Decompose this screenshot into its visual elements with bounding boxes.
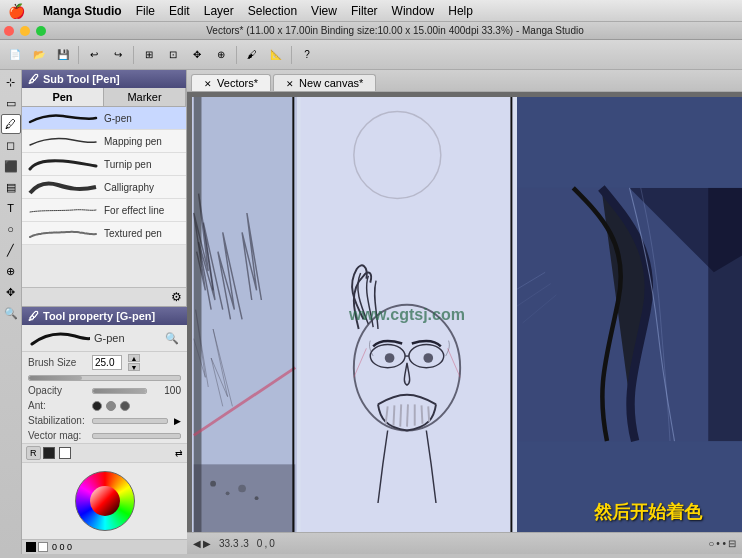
new-file-button[interactable]: 📄 [4, 44, 26, 66]
subtool-header-label: Sub Tool [Pen] [43, 73, 120, 85]
svg-point-9 [354, 112, 441, 199]
tool-selection[interactable]: ▭ [1, 93, 21, 113]
menu-layer[interactable]: Layer [204, 4, 234, 18]
menu-file[interactable]: File [136, 4, 155, 18]
turnip-stroke-icon [28, 156, 98, 172]
status-left-arrow[interactable]: ◀ [193, 538, 201, 549]
close-button[interactable] [4, 26, 14, 36]
svg-line-19 [407, 404, 408, 426]
status-min-icon[interactable]: ○ [708, 538, 714, 549]
fg-color-mini[interactable] [26, 542, 36, 552]
title-bar: Vectors* (11.00 x 17.00in Binding size:1… [0, 22, 742, 40]
opacity-fill [93, 389, 146, 393]
bg-color-mini[interactable] [38, 542, 48, 552]
vectormag-slider[interactable] [92, 433, 181, 439]
menu-help[interactable]: Help [448, 4, 473, 18]
apple-menu[interactable]: 🍎 [8, 3, 25, 19]
tool-ruler[interactable]: ╱ [1, 240, 21, 260]
opacity-slider[interactable] [92, 388, 147, 394]
ruler-button[interactable]: 📐 [265, 44, 287, 66]
menu-edit[interactable]: Edit [169, 4, 190, 18]
canvas-area: ✕ Vectors* ✕ New canvas* [187, 70, 742, 554]
tool-zoom[interactable]: 🔍 [1, 303, 21, 323]
left-panel: 🖊 Sub Tool [Pen] Pen Marker G-pen [22, 70, 187, 554]
status-right-arrow[interactable]: ▶ [203, 538, 211, 549]
panel-middle: www.cgtsj.com [297, 97, 517, 532]
antialias-label: Ant: [28, 400, 88, 411]
redo-button[interactable]: ↪ [107, 44, 129, 66]
brushsize-row: Brush Size ▲ ▼ [22, 352, 187, 373]
canvas-content[interactable]: www.cgtsj.com [187, 92, 742, 532]
brush-item-textured[interactable]: Textured pen [22, 222, 186, 245]
stabilization-slider[interactable] [92, 418, 168, 424]
brushsize-slider[interactable] [28, 375, 181, 381]
transform-button[interactable]: ⊞ [138, 44, 160, 66]
toolprop-brush-preview [30, 328, 90, 348]
stabilization-expand-icon[interactable]: ▶ [174, 416, 181, 426]
open-file-button[interactable]: 📂 [28, 44, 50, 66]
status-arrows: ◀ ▶ [193, 538, 211, 549]
brushsize-up-button[interactable]: ▲ [128, 354, 140, 362]
brush-settings-gear-icon[interactable]: ⚙ [171, 290, 182, 304]
calligraphy-stroke-icon [28, 179, 98, 195]
app-name[interactable]: Manga Studio [43, 4, 122, 18]
menu-window[interactable]: Window [392, 4, 435, 18]
tool-text[interactable]: T [1, 198, 21, 218]
brushsize-input[interactable] [92, 355, 122, 370]
brush-item-mapping[interactable]: Mapping pen [22, 130, 186, 153]
panel-left-sketch [192, 97, 297, 532]
status-coords: 0 , 0 [257, 538, 275, 549]
move-button[interactable]: ✥ [186, 44, 208, 66]
toolbar: 📄 📂 💾 ↩ ↪ ⊞ ⊡ ✥ ⊕ 🖌 📐 ? [0, 40, 742, 70]
tool-eraser[interactable]: ◻ [1, 135, 21, 155]
toolprop-search-icon[interactable]: 🔍 [165, 332, 179, 345]
color-mode-rgb[interactable]: R [26, 446, 41, 460]
maximize-button[interactable] [36, 26, 46, 36]
stabilization-label: Stabilization: [28, 415, 88, 426]
opacity-row: Opacity 100 [22, 383, 187, 398]
help-button[interactable]: ? [296, 44, 318, 66]
swap-colors-icon[interactable]: ⇄ [175, 448, 183, 458]
brush-item-turnip[interactable]: Turnip pen [22, 153, 186, 176]
gpen-stroke-icon [28, 110, 98, 126]
menu-filter[interactable]: Filter [351, 4, 378, 18]
undo-button[interactable]: ↩ [83, 44, 105, 66]
tool-gradient[interactable]: ▤ [1, 177, 21, 197]
toolprop-header-label: Tool property [G-pen] [43, 310, 155, 322]
brush-item-calligraphy[interactable]: Calligraphy [22, 176, 186, 199]
status-dots: • • [716, 538, 726, 549]
canvas-tab-vectors-close[interactable]: ✕ [204, 79, 212, 89]
select-button[interactable]: ⊡ [162, 44, 184, 66]
status-slider-icon[interactable]: ⊟ [728, 538, 736, 549]
tool-pen[interactable]: 🖊 [1, 114, 21, 134]
tool-move[interactable]: ✥ [1, 282, 21, 302]
zoom-button[interactable]: ⊕ [210, 44, 232, 66]
antialias-none-icon[interactable] [92, 401, 102, 411]
brushsize-down-button[interactable]: ▼ [128, 363, 140, 371]
canvas-tab-vectors[interactable]: ✕ Vectors* [191, 74, 271, 91]
bottom-toolbar-left: R ⇄ [22, 443, 187, 462]
foreground-color-swatch[interactable] [43, 447, 55, 459]
canvas-tab-new[interactable]: ✕ New canvas* [273, 74, 376, 91]
background-color-swatch[interactable] [59, 447, 71, 459]
minimize-button[interactable] [20, 26, 30, 36]
svg-point-11 [370, 344, 405, 367]
svg-line-18 [400, 404, 401, 426]
status-coord-sep: , [264, 538, 267, 549]
tool-fill[interactable]: ⬛ [1, 156, 21, 176]
brush-item-gpen[interactable]: G-pen [22, 107, 186, 130]
canvas-tab-new-close[interactable]: ✕ [286, 79, 294, 89]
tab-pen[interactable]: Pen [22, 88, 104, 106]
tool-figure[interactable]: ○ [1, 219, 21, 239]
menu-selection[interactable]: Selection [248, 4, 297, 18]
tab-marker[interactable]: Marker [104, 88, 186, 106]
antialias-weak-icon[interactable] [106, 401, 116, 411]
tool-auto-select[interactable]: ⊹ [1, 72, 21, 92]
brush-item-effect[interactable]: For effect line [22, 199, 186, 222]
brush-settings-button[interactable]: 🖌 [241, 44, 263, 66]
menu-view[interactable]: View [311, 4, 337, 18]
antialias-strong-icon[interactable] [120, 401, 130, 411]
color-wheel[interactable] [75, 471, 135, 531]
save-file-button[interactable]: 💾 [52, 44, 74, 66]
tool-eyedropper[interactable]: ⊕ [1, 261, 21, 281]
